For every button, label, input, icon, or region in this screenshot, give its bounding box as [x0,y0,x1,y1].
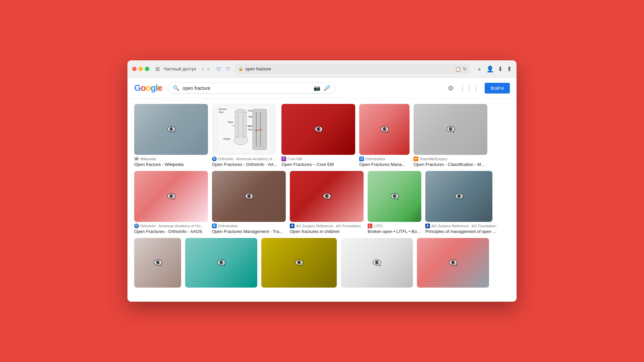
sidebar-toggle-icon[interactable]: ⊞ [155,66,160,72]
minimize-button[interactable] [139,67,143,71]
search-bar[interactable]: 🔍 📷 🔎 [168,82,335,94]
camera-search-icon[interactable]: 🔍 [173,85,179,91]
image-title-r2-2: Open Fractures Management - Tra... [212,229,286,234]
ext-icon-2[interactable]: 🛡 [224,65,232,73]
address-bar-icons: 📋 ↻ [455,66,467,72]
hidden-icon-r2-3: 👁‍🗨 [322,192,331,201]
lens-icon[interactable]: 📷 [314,85,320,91]
image-card-ao2[interactable]: 👁‍🗨 A AO Surgery Reference · AO Foundati… [425,171,496,234]
translate-icon[interactable]: 📋 [455,66,461,72]
anatomy-diagram: Broken Skin Fibula Tibia Tibia Fibula Br… [217,106,271,153]
page-content: Google 🔍 📷 🔎 ⚙ ⋮⋮⋮ Войти 👁‍🗨 [127,78,517,302]
image-row-3: 👁‍🗨 👁‍🗨 👁‍🗨 👁‍🗨 [134,238,510,288]
image-card-r3-1[interactable]: 👁‍🗨 [134,238,181,288]
hidden-icon-r2-4: 👁‍🗨 [390,192,399,201]
image-thumb-r2-1: 👁‍🗨 [134,171,208,222]
image-thumb-4: 👁‍🗨 [359,104,410,155]
image-card-orthobullets1[interactable]: 👁‍🗨 O Orthobullets Open Fractures Mana..… [359,104,410,167]
google-header: Google 🔍 📷 🔎 ⚙ ⋮⋮⋮ Войти [127,78,517,99]
image-card-r3-2[interactable]: 👁‍🗨 [185,238,257,288]
logo-e: e [158,83,162,93]
image-card-r3-4[interactable]: 👁‍🗨 [341,238,413,288]
image-source-r2-1: O OrthoInfo · American Academy of Ort... [134,224,208,228]
favicon-coreem: C [281,157,286,161]
image-meta-r2-2: O Orthobullets Open Fractures Management… [212,224,286,234]
download-icon[interactable]: ⬇ [498,65,503,73]
hidden-icon-1: 👁‍🗨 [167,125,176,134]
hidden-icon-r3-3: 👁‍🗨 [294,258,304,267]
favicon-r2-1: O [134,224,139,228]
address-text: open fracture [245,66,453,71]
hidden-icon-r2-5: 👁‍🗨 [454,192,464,201]
favicon-orthoinfo1: O [212,157,217,161]
image-source-1: W Wikipedia [134,157,208,161]
image-card-r3-3[interactable]: 👁‍🗨 [261,238,337,288]
image-thumb-r3-3: 👁‍🗨 [261,238,337,288]
logo-g2: g [151,83,156,93]
logo-o2: o [146,83,151,93]
image-meta-1: W Wikipedia Open fracture - Wikipedia [134,157,208,167]
logo-g: G [134,83,141,93]
new-tab-icon[interactable]: ＋ [476,65,482,73]
source-name-r2-3: AO Surgery Reference · AO Foundation [296,224,361,228]
image-source-r2-3: A AO Surgery Reference · AO Foundation [290,224,364,228]
image-source-r2-5: A AO Surgery Reference · AO Foundation [425,224,496,228]
image-card-wiki[interactable]: 👁‍🗨 W Wikipedia Open fracture - Wikipedi… [134,104,208,167]
source-name-2: OrthoInfo · American Academy of ... [218,157,276,161]
svg-point-3 [234,136,248,145]
image-row-1: 👁‍🗨 W Wikipedia Open fracture - Wikipedi… [134,104,510,167]
search-submit-icon[interactable]: 🔎 [324,85,330,91]
image-source-r2-2: O Orthobullets [212,224,286,228]
share-icon[interactable]: ⬆ [507,65,512,73]
tab-label: Частный доступ [164,66,196,71]
favicon-orthobullets1: O [359,157,364,161]
nav-arrows: ‹ › [201,65,211,73]
source-name-r2-2: Orthobullets [218,224,238,228]
forward-button[interactable]: › [206,65,210,73]
image-title-r2-3: Open fractures in children [290,229,364,234]
ext-icon-1[interactable]: 🛡 [215,65,222,73]
extension-icons: 🛡 🛡 [215,65,232,73]
back-button[interactable]: ‹ [201,65,205,73]
image-title-3: Open Fractures – Core EM [281,162,355,167]
apps-icon[interactable]: ⋮⋮⋮ [459,84,479,92]
svg-rect-14 [253,109,267,149]
image-card-orthoinfo1[interactable]: Broken Skin Fibula Tibia Tibia Fibula Br… [212,104,277,167]
svg-text:Skin: Skin [219,111,224,114]
image-card-r3-5[interactable]: 👁‍🗨 [417,238,489,288]
image-card-orthoinfo2[interactable]: 👁‍🗨 O OrthoInfo · American Academy of Or… [134,171,208,234]
image-thumb-r3-2: 👁‍🗨 [185,238,257,288]
settings-icon[interactable]: ⚙ [448,84,454,92]
image-thumb-r2-4: 👁‍🗨 [368,171,421,222]
image-title-5: Open Fractures - Classification - Man... [414,162,487,167]
image-source-2: O OrthoInfo · American Academy of ... [212,157,277,161]
reload-icon[interactable]: ↻ [463,66,467,72]
favicon-teachme: ✏ [414,157,418,161]
search-input[interactable] [183,85,310,91]
maximize-button[interactable] [145,67,149,71]
signin-button[interactable]: Войти [485,83,510,94]
image-thumb-r3-5: 👁‍🗨 [417,238,489,288]
traffic-lights [132,67,149,71]
image-card-teachme[interactable]: 👁‍🗨 ✏ TeachMeSurgery Open Fractures - Cl… [414,104,487,167]
svg-text:Fibula: Fibula [223,137,230,140]
source-name-r2-1: OrthoInfo · American Academy of Ort... [140,224,204,228]
image-meta-r2-5: A AO Surgery Reference · AO Foundation P… [425,224,496,234]
image-title-r2-4: Broken open • LITFL • Bon... [368,229,421,234]
image-title-4: Open Fractures Mana... [359,162,410,167]
image-meta-r2-1: O OrthoInfo · American Academy of Ort...… [134,224,208,234]
address-bar[interactable]: 🔒 open fracture 📋 ↻ [235,64,470,74]
source-name-4: Orthobullets [365,157,385,161]
hidden-icon-3: 👁‍🗨 [314,125,323,134]
favicon-r2-4: L [368,224,372,228]
image-card-ao1[interactable]: 👁‍🗨 A AO Surgery Reference · AO Foundati… [290,171,364,234]
hidden-icon-r2-2: 👁‍🗨 [245,192,254,201]
close-button[interactable] [132,67,137,71]
hidden-icon-r3-4: 👁‍🗨 [372,258,381,267]
image-card-orthobullets2[interactable]: 👁‍🗨 O Orthobullets Open Fractures Manage… [212,171,286,234]
image-card-litfl[interactable]: 👁‍🗨 L LITFL Broken open • LITFL • Bon... [368,171,421,234]
favicon-r2-5: A [425,224,430,228]
logo-o1: o [141,83,146,93]
image-card-coreem[interactable]: 👁‍🗨 C Core EM Open Fractures – Core EM [281,104,355,167]
profile-icon[interactable]: 👤 [486,65,494,73]
